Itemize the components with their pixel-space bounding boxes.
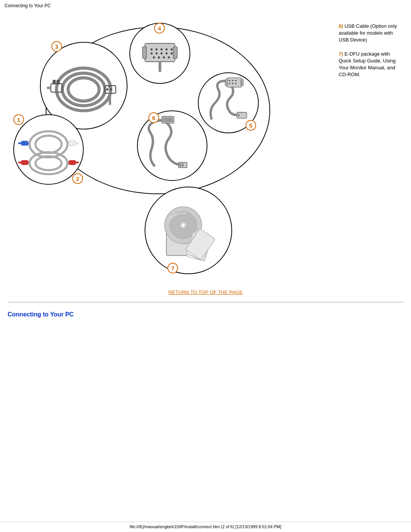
label-6: 6 bbox=[148, 112, 159, 123]
svg-rect-54 bbox=[21, 160, 29, 165]
circle-1 bbox=[13, 114, 84, 185]
svg-rect-48 bbox=[21, 141, 29, 146]
label-2: 2 bbox=[72, 173, 83, 184]
svg-point-25 bbox=[153, 56, 155, 58]
svg-rect-30 bbox=[227, 78, 242, 87]
breadcrumb: Connecting to Your PC bbox=[0, 0, 411, 11]
sidebar-item-7: 7) E-DFU package with Quick Setup Guide,… bbox=[339, 51, 403, 78]
sidebar-item-6: 6) USB Cable (Option only available for … bbox=[339, 23, 403, 44]
circle-7 bbox=[145, 187, 232, 274]
svg-rect-12 bbox=[145, 43, 175, 62]
svg-point-26 bbox=[158, 56, 160, 58]
circle-6 bbox=[137, 110, 207, 181]
svg-point-17 bbox=[161, 48, 162, 50]
svg-point-16 bbox=[156, 48, 158, 50]
return-section: RETURN TO TOP OF THE PAGE bbox=[0, 278, 411, 299]
svg-point-35 bbox=[235, 80, 237, 81]
svg-point-9 bbox=[108, 86, 110, 88]
label-3: 3 bbox=[51, 41, 62, 52]
svg-rect-40 bbox=[238, 114, 239, 117]
svg-rect-14 bbox=[173, 46, 177, 58]
svg-rect-4 bbox=[53, 80, 56, 85]
svg-rect-45 bbox=[182, 163, 184, 167]
page-footer: file:///E|/manual/english/150P/install/c… bbox=[0, 522, 411, 529]
svg-rect-56 bbox=[68, 160, 76, 165]
label-5: 5 bbox=[245, 120, 256, 131]
svg-rect-32 bbox=[241, 80, 243, 86]
svg-point-33 bbox=[229, 80, 231, 81]
svg-point-28 bbox=[168, 56, 170, 58]
svg-rect-42 bbox=[163, 118, 172, 122]
svg-point-37 bbox=[232, 83, 234, 84]
section-heading: Connecting to Your PC bbox=[0, 305, 411, 322]
right-sidebar: 6) USB Cable (Option only available for … bbox=[333, 15, 403, 274]
svg-point-15 bbox=[150, 48, 152, 50]
svg-point-23 bbox=[166, 52, 167, 54]
return-to-top-link[interactable]: RETURN TO TOP OF THE PAGE bbox=[169, 289, 243, 295]
svg-point-8 bbox=[110, 88, 112, 91]
svg-point-47 bbox=[35, 136, 62, 153]
svg-point-65 bbox=[182, 224, 185, 227]
svg-point-24 bbox=[170, 52, 172, 54]
label-1: 1 bbox=[13, 114, 24, 125]
svg-point-22 bbox=[161, 52, 162, 54]
svg-point-21 bbox=[156, 52, 158, 54]
label-4: 4 bbox=[154, 23, 165, 34]
section-divider bbox=[8, 302, 403, 302]
svg-rect-13 bbox=[142, 46, 147, 58]
svg-point-2 bbox=[68, 78, 99, 101]
svg-point-53 bbox=[35, 157, 62, 170]
svg-point-20 bbox=[150, 52, 152, 54]
sidebar-number-7: 7) bbox=[339, 51, 343, 57]
svg-point-27 bbox=[163, 56, 165, 58]
label-7: 7 bbox=[167, 263, 178, 273]
svg-point-38 bbox=[235, 83, 237, 84]
sidebar-number-6: 6) bbox=[339, 23, 343, 29]
illustration-area: 3 bbox=[8, 15, 333, 274]
svg-point-36 bbox=[229, 83, 231, 84]
svg-rect-5 bbox=[57, 80, 60, 85]
svg-rect-31 bbox=[225, 80, 228, 86]
svg-point-7 bbox=[107, 88, 109, 91]
svg-rect-44 bbox=[179, 163, 181, 167]
svg-point-19 bbox=[170, 48, 172, 50]
sidebar-text-7: E-DFU package with Quick Setup Guide, Us… bbox=[339, 51, 396, 78]
main-content: 3 bbox=[0, 11, 411, 278]
svg-point-18 bbox=[166, 48, 167, 50]
sidebar-text-6: USB Cable (Option only available for mod… bbox=[339, 23, 397, 43]
svg-point-34 bbox=[232, 80, 234, 81]
svg-rect-50 bbox=[68, 141, 76, 146]
